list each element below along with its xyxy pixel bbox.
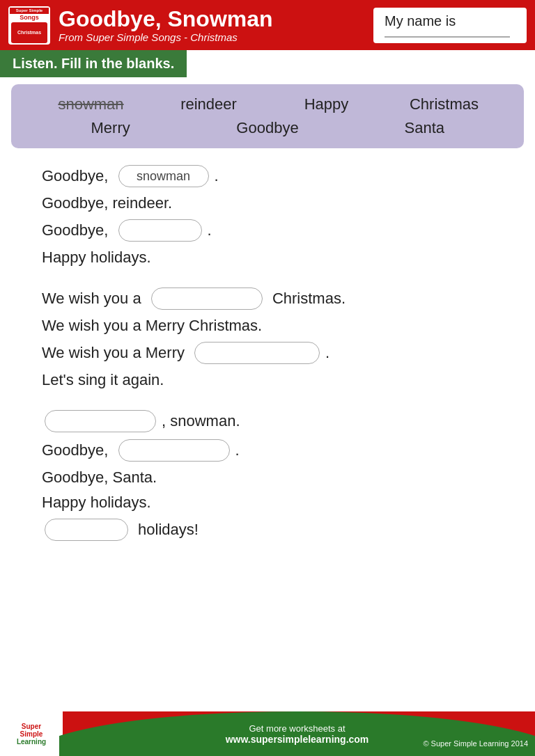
text-goodbye-3-2: Goodbye, [42,441,113,459]
text-snowman-3: , snowman. [162,412,240,430]
word-snowman: snowman [56,95,126,113]
text-goodbye-reindeer: Goodbye, reindeer. [42,194,172,212]
header-title-block: Goodbye, Snowman From Super Simple Songs… [59,7,359,43]
word-merry: Merry [76,119,146,137]
instruction-bar: Listen. Fill in the blanks. [0,50,535,77]
word-bank-row-2: Merry Goodbye Santa [32,119,503,137]
period-3: . [208,221,212,239]
text-goodbye-santa: Goodbye, Santa. [42,468,157,487]
footer-logo: Super Simple Learning [0,711,63,756]
blank-goodbye-word[interactable] [45,410,156,432]
name-underline [385,36,510,38]
page-footer: Super Simple Learning Get more worksheet… [0,711,535,756]
line-2-4: Let's sing it again. [42,371,507,389]
footer-copyright: © Super Simple Learning 2014 [423,737,528,749]
footer-learning: Learning [17,738,46,746]
footer-super: Super [17,723,46,730]
page-subtitle: From Super Simple Songs - Christmas [59,31,359,43]
line-1-4: Happy holidays. [42,249,507,267]
text-goodbye-1: Goodbye, [42,167,113,185]
line-3-3: Goodbye, Santa. [42,468,507,487]
line-1-2: Goodbye, reindeer. [42,194,507,212]
line-3-5: holidays! [42,519,507,541]
word-goodbye: Goodbye [233,119,302,137]
word-santa: Santa [389,119,459,137]
page-title: Goodbye, Snowman [59,7,359,31]
blank-christmas[interactable] [194,342,320,364]
period-3-2: . [235,441,240,459]
period-2-3: . [325,344,329,362]
text-happy-holidays-1: Happy holidays. [42,249,151,267]
name-box: My name is [373,8,527,43]
verse-2: We wish you a Christmas. We wish you a M… [42,288,507,389]
line-3-2: Goodbye, . [42,439,507,462]
text-we-wish-merry: We wish you a Merry Christmas. [42,317,262,335]
footer-center: Get more worksheets at www.supersimplele… [226,723,369,745]
main-content: Goodbye, snowman . Goodbye, reindeer. Go… [0,148,535,576]
text-goodbye-3: Goodbye, [42,221,113,239]
line-2-2: We wish you a Merry Christmas. [42,317,507,335]
word-bank-row-1: snowman reindeer Happy Christmas [32,95,503,113]
text-we-wish-merry-2: We wish you a Merry [42,344,189,362]
word-christmas: Christmas [410,95,479,113]
word-reindeer: reindeer [174,95,244,113]
blank-snowman[interactable]: snowman [118,165,209,187]
line-1-1: Goodbye, snowman . [42,165,507,187]
text-we-wish-1: We wish you a [42,290,146,308]
instruction-text: Listen. Fill in the blanks. [13,56,174,71]
text-happy-holidays-3: Happy holidays. [42,494,151,512]
logo-christmas-label: Christmas [17,30,41,36]
line-1-3: Goodbye, . [42,219,507,242]
blank-goodbye-3[interactable] [118,219,202,242]
word-bank: snowman reindeer Happy Christmas Merry G… [11,84,524,148]
brand-logo: Super Simple Songs Christmas [8,6,50,45]
text-christmas-1: Christmas. [268,290,346,308]
line-3-4: Happy holidays. [42,494,507,512]
verse-1: Goodbye, snowman . Goodbye, reindeer. Go… [42,165,507,267]
blank-happy[interactable] [45,519,128,541]
line-3-1: , snowman. [42,410,507,432]
blank-merry[interactable] [151,288,263,310]
logo-songs: Songs [20,14,39,22]
logo-super-simple: Super Simple [10,8,49,14]
line-2-1: We wish you a Christmas. [42,288,507,310]
text-holidays-exclaim: holidays! [134,521,199,539]
name-label: My name is [385,13,515,29]
footer-url: www.supersimplelearning.com [226,734,369,745]
verse-3: , snowman. Goodbye, . Goodbye, Santa. Ha… [42,410,507,541]
footer-get-more: Get more worksheets at [226,723,369,734]
line-2-3: We wish you a Merry . [42,342,507,364]
word-happy: Happy [292,95,362,113]
period-1: . [215,167,219,185]
footer-simple: Simple [17,730,46,738]
footer-green-arc: Get more worksheets at www.supersimplele… [59,711,535,756]
text-sing-again: Let's sing it again. [42,371,164,389]
page-header: Super Simple Songs Christmas Goodbye, Sn… [0,0,535,50]
blank-reindeer-3[interactable] [118,439,230,462]
